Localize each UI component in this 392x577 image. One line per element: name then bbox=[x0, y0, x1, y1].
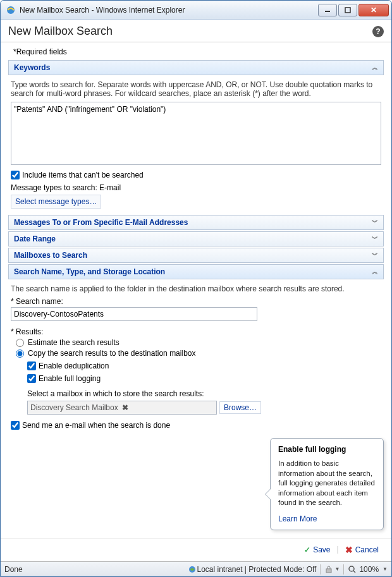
section-title-keywords: Keywords bbox=[14, 63, 372, 72]
search-name-label: * Search name: bbox=[11, 297, 381, 306]
search-name-input[interactable] bbox=[11, 307, 257, 321]
section-title-date-range: Date Range bbox=[14, 234, 372, 243]
section-header-messages[interactable]: Messages To or From Specific E-Mail Addr… bbox=[8, 215, 384, 230]
include-unsearchable-label: Include items that can't be searched bbox=[22, 171, 144, 179]
section-header-name-type[interactable]: Search Name, Type, and Storage Location … bbox=[8, 264, 384, 279]
keywords-input[interactable] bbox=[11, 102, 381, 165]
learn-more-link[interactable]: Learn More bbox=[278, 514, 317, 523]
check-icon: ✓ bbox=[304, 545, 310, 554]
zoom-level[interactable]: 100% bbox=[359, 565, 379, 574]
cancel-label: Cancel bbox=[355, 545, 379, 554]
section-title-name-type: Search Name, Type, and Storage Location bbox=[14, 267, 372, 276]
section-title-mailboxes: Mailboxes to Search bbox=[14, 251, 372, 260]
tooltip-body: In addition to basic information about t… bbox=[278, 459, 376, 508]
dedup-label: Enable deduplication bbox=[39, 361, 109, 370]
browse-button[interactable]: Browse… bbox=[219, 401, 261, 414]
save-label: Save bbox=[313, 545, 330, 554]
keywords-hint: Type words to search for. Separate words… bbox=[11, 80, 381, 98]
mailbox-value: Discovery Search Mailbox bbox=[30, 403, 119, 412]
estimate-radio[interactable] bbox=[16, 339, 24, 347]
svg-rect-4 bbox=[326, 569, 331, 573]
required-fields-label: *Required fields bbox=[13, 47, 384, 56]
section-header-mailboxes[interactable]: Mailboxes to Search ︾ bbox=[8, 248, 384, 263]
results-label: * Results: bbox=[11, 327, 381, 336]
section-title-messages: Messages To or From Specific E-Mail Addr… bbox=[14, 218, 372, 227]
name-type-desc: The search name is applied to the folder… bbox=[11, 284, 381, 293]
full-log-checkbox[interactable] bbox=[27, 374, 36, 383]
zoom-icon[interactable] bbox=[348, 565, 357, 574]
titlebar: New Mailbox Search - Windows Internet Ex… bbox=[1, 1, 391, 20]
full-log-label: Enable full logging bbox=[39, 374, 101, 383]
email-when-done-label: Send me an e-mail when the search is don… bbox=[22, 421, 170, 430]
body-area: New Mailbox Search ? *Required fields Ke… bbox=[1, 20, 391, 576]
tooltip-enable-full-logging: Enable full logging In addition to basic… bbox=[270, 438, 384, 530]
window-title: New Mailbox Search - Windows Internet Ex… bbox=[20, 6, 318, 15]
minimize-button[interactable] bbox=[318, 4, 337, 16]
save-button[interactable]: ✓ Save bbox=[304, 545, 330, 555]
content-area: *Required fields Keywords ︽ Type words t… bbox=[1, 46, 391, 538]
zone-icon bbox=[188, 565, 197, 574]
svg-point-5 bbox=[349, 566, 354, 571]
copy-label: Copy the search results to the destinati… bbox=[28, 349, 195, 358]
svg-line-6 bbox=[353, 571, 355, 573]
section-header-date-range[interactable]: Date Range ︾ bbox=[8, 231, 384, 246]
cancel-button[interactable]: ✖ Cancel bbox=[345, 545, 379, 555]
status-done: Done bbox=[4, 565, 23, 574]
maximize-button[interactable] bbox=[338, 4, 357, 16]
statusbar: Done Local intranet | Protected Mode: Of… bbox=[1, 561, 391, 576]
section-header-keywords[interactable]: Keywords ︽ bbox=[8, 60, 384, 75]
copy-radio[interactable] bbox=[16, 349, 24, 358]
email-when-done-checkbox[interactable] bbox=[11, 421, 20, 430]
window: New Mailbox Search - Windows Internet Ex… bbox=[0, 0, 392, 577]
message-types-label: Message types to search: E-mail bbox=[11, 183, 381, 192]
drop-arrow-icon[interactable]: ▼ bbox=[383, 566, 388, 572]
drop-arrow-icon[interactable]: ▼ bbox=[334, 566, 340, 572]
chevron-down-icon: ︾ bbox=[372, 251, 378, 260]
select-message-types-link[interactable]: Select message types… bbox=[11, 195, 101, 209]
name-type-body: The search name is applied to the folder… bbox=[8, 281, 384, 440]
chevron-up-icon: ︽ bbox=[372, 63, 378, 72]
keywords-body: Type words to search for. Separate words… bbox=[8, 76, 384, 215]
chevron-up-icon: ︽ bbox=[372, 267, 378, 276]
dedup-checkbox[interactable] bbox=[27, 361, 36, 370]
footer-actions: ✓ Save | ✖ Cancel bbox=[1, 538, 391, 561]
ie-icon bbox=[6, 5, 16, 15]
estimate-label: Estimate the search results bbox=[28, 338, 119, 347]
tooltip-title: Enable full logging bbox=[278, 445, 376, 454]
status-zone: Local intranet | Protected Mode: Off bbox=[197, 565, 316, 574]
page-title: New Mailbox Search bbox=[8, 25, 372, 38]
window-controls: ✕ bbox=[318, 4, 389, 16]
security-icon[interactable] bbox=[324, 565, 333, 574]
close-button[interactable]: ✕ bbox=[358, 4, 389, 16]
title-divider bbox=[1, 42, 391, 42]
cancel-x-icon: ✖ bbox=[345, 545, 353, 555]
svg-rect-2 bbox=[345, 8, 350, 13]
include-unsearchable-checkbox[interactable] bbox=[11, 171, 20, 179]
select-mailbox-label: Select a mailbox in which to store the s… bbox=[27, 389, 381, 398]
remove-mailbox-icon[interactable]: ✖ bbox=[119, 403, 214, 412]
chevron-down-icon: ︾ bbox=[372, 234, 378, 243]
mailbox-field[interactable]: Discovery Search Mailbox ✖ bbox=[27, 401, 217, 415]
chevron-down-icon: ︾ bbox=[372, 218, 378, 227]
help-icon[interactable]: ? bbox=[372, 26, 384, 37]
